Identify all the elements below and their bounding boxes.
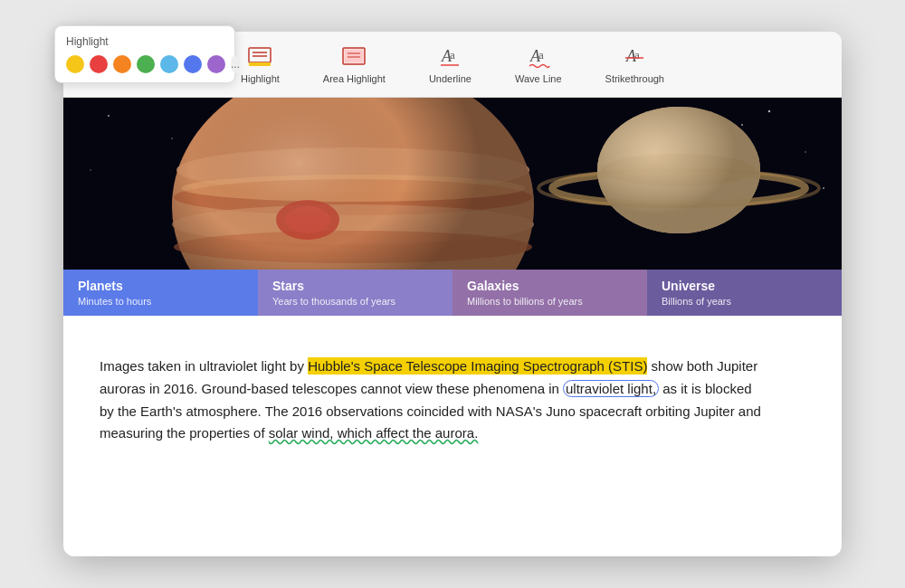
tool-highlight[interactable]: Highlight (233, 41, 287, 88)
categories-bar: Planets Minutes to hours Stars Years to … (63, 270, 842, 316)
area-highlight-icon (339, 44, 368, 70)
category-universe-name: Universe (662, 279, 827, 293)
wave-line-label: Wave Line (515, 73, 562, 84)
highlight-label: Highlight (241, 73, 280, 84)
category-planets-sub: Minutes to hours (78, 296, 243, 307)
svg-point-39 (597, 107, 760, 233)
svg-point-17 (108, 115, 110, 117)
category-galaxies[interactable]: Galaxies Millions to billions of years (452, 270, 647, 316)
text-section: Highlight ... Images taken in ultraviole… (63, 316, 842, 556)
planet-image (63, 98, 842, 270)
content-area: Planets Minutes to hours Stars Years to … (63, 98, 842, 556)
svg-point-21 (805, 151, 806, 153)
wave-text: solar wind, which affect the aurora. (269, 425, 479, 441)
circled-text: ultraviolet light, (563, 380, 659, 397)
category-universe-sub: Billions of years (662, 296, 827, 307)
highlighted-text: Hubble's Space Telescope Imaging Spectro… (308, 357, 647, 375)
text-before: Images taken in ultraviolet light by (100, 358, 308, 374)
svg-point-23 (90, 169, 90, 170)
svg-point-18 (171, 138, 173, 139)
tool-strikethrough[interactable]: A a Strikethrough (598, 41, 672, 88)
category-planets-name: Planets (78, 279, 243, 293)
wave-line-icon: A a (524, 44, 553, 70)
category-stars-sub: Years to thousands of years (272, 296, 438, 307)
category-galaxies-sub: Millions to billions of years (467, 296, 633, 307)
category-stars[interactable]: Stars Years to thousands of years (258, 270, 452, 316)
underline-icon: A a (435, 44, 464, 70)
svg-rect-5 (345, 50, 363, 62)
tool-wave-line[interactable]: A a Wave Line (508, 41, 569, 88)
strikethrough-icon: A a (620, 44, 649, 70)
text-area: Images taken in ultraviolet light by Hub… (63, 334, 842, 538)
underline-label: Underline (429, 73, 472, 84)
main-paragraph: Images taken in ultraviolet light by Hub… (100, 356, 769, 445)
svg-rect-0 (249, 48, 271, 62)
svg-point-22 (768, 110, 770, 112)
category-stars-name: Stars (272, 279, 438, 293)
area-highlight-label: Area Highlight (323, 73, 386, 84)
svg-text:a: a (450, 48, 455, 62)
category-planets[interactable]: Planets Minutes to hours (63, 270, 258, 316)
svg-point-33 (172, 98, 534, 270)
tool-underline[interactable]: A a Underline (422, 41, 479, 88)
app-window: Highlight Area Highlight A a (63, 32, 842, 556)
svg-rect-3 (249, 62, 271, 66)
svg-point-20 (741, 124, 743, 126)
tool-area-highlight[interactable]: Area Highlight (316, 41, 393, 88)
highlight-icon (245, 44, 274, 70)
strikethrough-label: Strikethrough (605, 73, 664, 84)
svg-text:a: a (634, 48, 640, 62)
category-universe[interactable]: Universe Billions of years (647, 270, 842, 316)
category-galaxies-name: Galaxies (467, 279, 633, 293)
svg-text:a: a (538, 48, 544, 62)
svg-point-24 (823, 187, 824, 189)
